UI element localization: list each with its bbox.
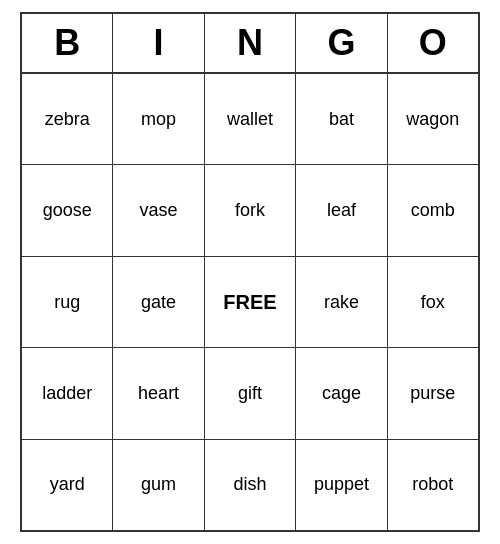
- bingo-cell-1-3: leaf: [296, 165, 387, 255]
- bingo-row-3: ladderheartgiftcagepurse: [22, 348, 478, 439]
- bingo-card: BINGO zebramopwalletbatwagongoosevasefor…: [20, 12, 480, 532]
- bingo-cell-0-0: zebra: [22, 74, 113, 164]
- header-letter-n: N: [205, 14, 296, 72]
- bingo-header: BINGO: [22, 14, 478, 74]
- bingo-row-4: yardgumdishpuppetrobot: [22, 440, 478, 530]
- bingo-row-2: ruggateFREErakefox: [22, 257, 478, 348]
- bingo-cell-3-0: ladder: [22, 348, 113, 438]
- bingo-cell-3-1: heart: [113, 348, 204, 438]
- bingo-row-0: zebramopwalletbatwagon: [22, 74, 478, 165]
- bingo-cell-3-4: purse: [388, 348, 478, 438]
- bingo-cell-4-0: yard: [22, 440, 113, 530]
- bingo-cell-1-0: goose: [22, 165, 113, 255]
- bingo-cell-4-1: gum: [113, 440, 204, 530]
- header-letter-o: O: [388, 14, 478, 72]
- bingo-cell-1-4: comb: [388, 165, 478, 255]
- bingo-cell-4-2: dish: [205, 440, 296, 530]
- bingo-cell-3-2: gift: [205, 348, 296, 438]
- bingo-cell-2-1: gate: [113, 257, 204, 347]
- bingo-cell-0-3: bat: [296, 74, 387, 164]
- bingo-cell-2-2: FREE: [205, 257, 296, 347]
- bingo-cell-4-4: robot: [388, 440, 478, 530]
- header-letter-b: B: [22, 14, 113, 72]
- header-letter-g: G: [296, 14, 387, 72]
- bingo-body: zebramopwalletbatwagongoosevaseforkleafc…: [22, 74, 478, 530]
- header-letter-i: I: [113, 14, 204, 72]
- bingo-cell-0-2: wallet: [205, 74, 296, 164]
- bingo-cell-2-0: rug: [22, 257, 113, 347]
- bingo-cell-0-1: mop: [113, 74, 204, 164]
- bingo-cell-1-2: fork: [205, 165, 296, 255]
- bingo-cell-3-3: cage: [296, 348, 387, 438]
- bingo-cell-2-3: rake: [296, 257, 387, 347]
- bingo-cell-4-3: puppet: [296, 440, 387, 530]
- bingo-row-1: goosevaseforkleafcomb: [22, 165, 478, 256]
- bingo-cell-2-4: fox: [388, 257, 478, 347]
- bingo-cell-1-1: vase: [113, 165, 204, 255]
- bingo-cell-0-4: wagon: [388, 74, 478, 164]
